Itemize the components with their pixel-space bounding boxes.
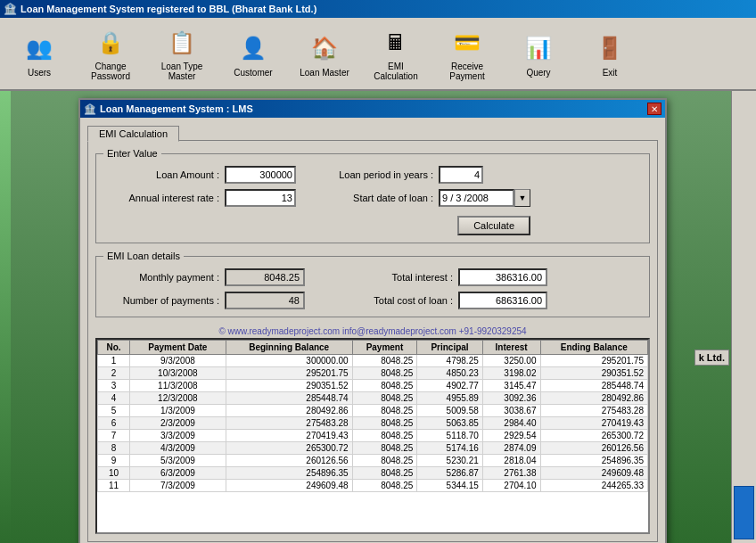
loan-amount-row: Loan Amount : (103, 166, 296, 184)
emi-calc-icon: 🖩 (378, 26, 414, 60)
total-interest-value: 386316.00 (458, 268, 547, 286)
emi-calc-label: EMI Calculation (365, 62, 427, 81)
loan-period-row: Loan period in years : (317, 166, 530, 184)
start-date-dropdown[interactable]: ▼ (514, 189, 530, 207)
app-title: Loan Management System registered to BBL… (21, 4, 316, 14)
loan-master-button[interactable]: 🏠 Loan Master (289, 21, 360, 86)
users-label: Users (28, 68, 51, 78)
table-row: 117/3/2009249609.488048.255344.152704.10… (98, 480, 648, 492)
loan-amount-label: Loan Amount : (103, 169, 219, 180)
table-row: 311/3/2008290351.528048.254902.773145.47… (98, 380, 648, 392)
receive-payment-icon: 💳 (449, 26, 485, 60)
col-principal: Principal (417, 341, 482, 355)
emi-table-container[interactable]: No. Payment Date Beginning Balance Payme… (95, 338, 650, 534)
users-icon: 👥 (21, 30, 57, 66)
app-icon: 🏦 (4, 3, 17, 15)
total-interest-label: Total interest : (337, 272, 453, 283)
start-date-input[interactable] (439, 189, 514, 207)
loan-type-label: Loan Type Master (151, 62, 213, 81)
col-payment: Payment (352, 341, 417, 355)
table-row: 51/3/2009280492.868048.255009.583038.672… (98, 405, 648, 417)
loan-period-input[interactable] (439, 166, 483, 184)
exit-button[interactable]: 🚪 Exit (574, 21, 645, 86)
emi-details-content: Monthly payment : 8048.25 Number of paym… (103, 268, 642, 309)
tab-strip: EMI Calculation (87, 125, 658, 141)
table-row: 106/3/2009254896.358048.255286.872761.38… (98, 467, 648, 480)
emi-details-fieldset: EMI Loan details Monthly payment : 8048.… (95, 251, 650, 317)
monthly-payment-label: Monthly payment : (103, 272, 219, 283)
exit-icon: 🚪 (592, 30, 628, 66)
right-accent-bar (731, 91, 756, 543)
enter-value-left: Loan Amount : Annual interest rate : (103, 166, 296, 235)
emi-table-body: 19/3/2008300000.008048.254798.253250.002… (98, 355, 648, 492)
num-payments-row: Number of payments : 48 (103, 292, 305, 309)
total-cost-label: Total cost of loan : (337, 295, 453, 306)
num-payments-label: Number of payments : (103, 295, 219, 306)
enter-value-right: Loan period in years : Start date of loa… (317, 166, 530, 235)
change-password-label: Change Password (79, 62, 142, 81)
users-button[interactable]: 👥 Users (4, 21, 75, 86)
emi-table: No. Payment Date Beginning Balance Payme… (97, 340, 648, 492)
toolbar: 👥 Users 🔒 Change Password 📋 Loan Type Ma… (0, 18, 756, 91)
change-password-button[interactable]: 🔒 Change Password (75, 21, 146, 86)
table-row: 95/3/2009260126.568048.255230.212818.042… (98, 455, 648, 467)
enter-value-fieldset: Enter Value Loan Amount : Annual interes… (95, 148, 650, 243)
emi-calculation-button[interactable]: 🖩 EMI Calculation (360, 21, 431, 86)
title-bar: 🏦 Loan Management System registered to B… (0, 0, 756, 18)
emi-details-legend: EMI Loan details (103, 251, 184, 261)
total-cost-row: Total cost of loan : 686316.00 (337, 292, 547, 309)
loan-master-label: Loan Master (300, 68, 349, 78)
total-cost-value: 686316.00 (458, 292, 547, 309)
num-payments-value: 48 (225, 292, 305, 309)
customer-button[interactable]: 👤 Customer (218, 21, 289, 86)
loan-period-label: Loan period in years : (317, 169, 433, 180)
query-button[interactable]: 📊 Query (503, 21, 574, 86)
left-bar (0, 91, 11, 543)
exit-label: Exit (603, 68, 618, 78)
col-ending-balance: Ending Balance (540, 341, 648, 355)
table-row: 62/3/2009275483.288048.255063.852984.402… (98, 417, 648, 430)
watermark: © www.readymadeproject.com info@readymad… (95, 325, 650, 338)
calculate-button[interactable]: Calculate (457, 216, 530, 235)
annual-rate-row: Annual interest rate : (103, 189, 296, 207)
main-area: 🏦 Loan Management System : LMS ✕ EMI Cal… (0, 91, 756, 543)
receive-payment-button[interactable]: 💳 Receive Payment (431, 21, 503, 86)
start-date-row: Start date of loan : ▼ (317, 189, 530, 207)
query-label: Query (526, 68, 550, 78)
dialog-content: EMI Calculation Enter Value Loan Amount … (80, 118, 665, 543)
dialog-title: Loan Management System : LMS (100, 103, 253, 114)
col-no: No. (98, 341, 130, 355)
annual-rate-input[interactable] (225, 189, 296, 207)
total-interest-row: Total interest : 386316.00 (337, 268, 547, 286)
loan-type-icon: 📋 (164, 26, 200, 60)
table-row: 19/3/2008300000.008048.254798.253250.002… (98, 355, 648, 367)
table-row: 412/3/2008285448.748048.254955.893092.36… (98, 392, 648, 405)
start-date-input-group: ▼ (439, 189, 530, 207)
emi-dialog: 🏦 Loan Management System : LMS ✕ EMI Cal… (78, 98, 667, 543)
loan-type-master-button[interactable]: 📋 Loan Type Master (146, 21, 218, 86)
table-row: 73/3/2009270419.438048.255118.702929.542… (98, 430, 648, 442)
dialog-icon: 🏦 (84, 103, 96, 115)
table-header-row: No. Payment Date Beginning Balance Payme… (98, 341, 648, 355)
annual-rate-label: Annual interest rate : (103, 193, 219, 203)
col-interest: Interest (482, 341, 540, 355)
outer-panel: Enter Value Loan Amount : Annual interes… (87, 140, 658, 542)
calculate-btn-row: Calculate (317, 212, 530, 235)
col-beginning-balance: Beginning Balance (226, 341, 352, 355)
table-row: 84/3/2009265300.728048.255174.162874.092… (98, 442, 648, 455)
monthly-payment-value: 8048.25 (225, 268, 305, 286)
customer-icon: 👤 (235, 30, 271, 66)
dialog-title-bar: 🏦 Loan Management System : LMS ✕ (80, 100, 665, 118)
start-date-label: Start date of loan : (317, 193, 433, 203)
enter-value-content: Loan Amount : Annual interest rate : (103, 166, 642, 235)
monthly-payment-row: Monthly payment : 8048.25 (103, 268, 305, 286)
dialog-close-button[interactable]: ✕ (647, 103, 662, 115)
col-payment-date: Payment Date (129, 341, 226, 355)
enter-value-legend: Enter Value (103, 148, 161, 159)
query-icon: 📊 (521, 30, 556, 66)
receive-payment-label: Receive Payment (436, 62, 498, 81)
loan-master-icon: 🏠 (307, 30, 342, 66)
loan-amount-input[interactable] (225, 166, 296, 184)
tab-emi-calculation[interactable]: EMI Calculation (87, 126, 179, 142)
lock-icon: 🔒 (93, 26, 128, 60)
